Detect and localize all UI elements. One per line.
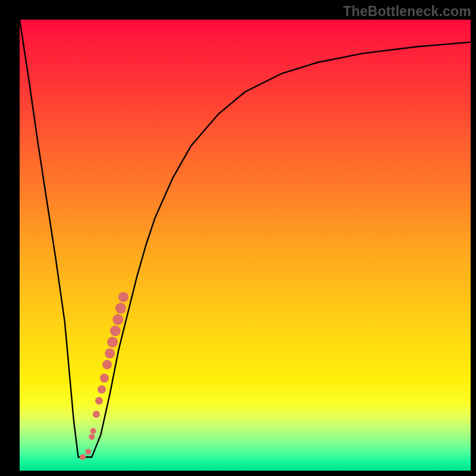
highlight-dot (95, 397, 103, 405)
highlight-dot (85, 449, 91, 455)
highlight-dot (98, 386, 106, 394)
highlight-dot (93, 411, 100, 418)
highlight-dot (112, 314, 123, 325)
highlight-dot (107, 337, 118, 347)
highlight-dot (102, 360, 112, 369)
highlight-dot (80, 454, 86, 460)
watermark-text: TheBottleneck.com (343, 4, 471, 20)
highlight-dot (118, 292, 129, 302)
highlight-dot (115, 303, 126, 314)
highlight-dot (89, 434, 95, 440)
chart-stage: TheBottleneck.com (0, 0, 476, 476)
highlight-dots-layer (80, 292, 129, 461)
highlight-dot (100, 374, 109, 383)
highlight-dot (105, 348, 115, 358)
curve-layer (20, 20, 471, 457)
highlight-dot (110, 325, 121, 336)
bottleneck-curve (20, 20, 471, 457)
highlight-dot (90, 428, 96, 434)
chart-svg (20, 20, 471, 471)
plot-area (20, 20, 471, 471)
